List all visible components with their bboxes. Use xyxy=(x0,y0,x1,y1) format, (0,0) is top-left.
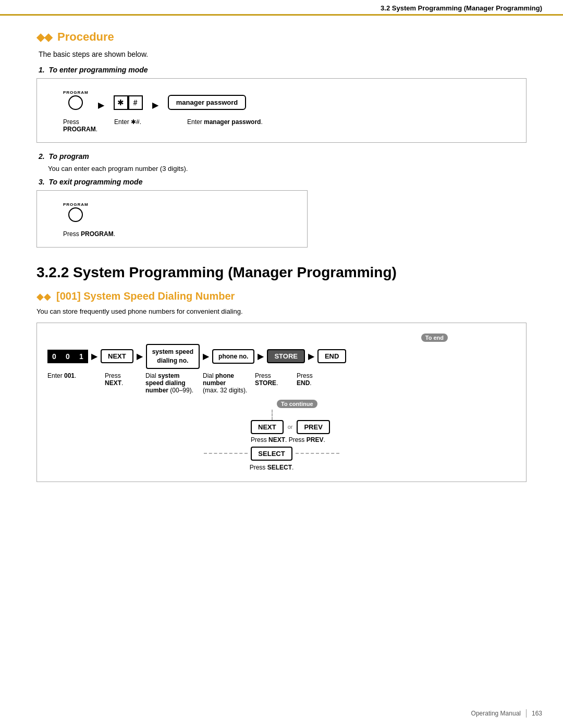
arrow-f1: ▶ xyxy=(91,351,97,361)
next-prev-row: NEXT or PREV xyxy=(251,420,330,434)
digit-0-2: 0 xyxy=(61,350,75,363)
dashed-up-line xyxy=(272,410,273,420)
step1-text: To enter programming mode xyxy=(48,66,148,74)
program-text-label: PROGRAM xyxy=(63,90,89,95)
star-key: ✱ xyxy=(114,95,128,110)
header-title: 3.2 System Programming (Manager Programm… xyxy=(381,4,542,12)
desc-exit-program: Press PROGRAM. xyxy=(63,230,291,238)
label-press-store: Press STORE. xyxy=(255,372,291,387)
step2-text: To program xyxy=(48,152,89,161)
dashed-left xyxy=(204,453,248,454)
end-button[interactable]: END xyxy=(317,349,346,363)
manager-password-box: manager password xyxy=(168,95,247,110)
desc-enter-star: Enter ✱#. xyxy=(114,118,156,133)
to-end-badge: To end xyxy=(421,334,448,342)
step2-label: 2. To program xyxy=(39,152,527,161)
diamonds-icon: ◆◆ xyxy=(36,31,52,43)
continue-section: To continue NEXT or PREV Press NEXT. Pre… xyxy=(251,399,510,443)
section-322-title: 3.2.2 System Programming (Manager Progra… xyxy=(36,264,527,281)
main-flow-row: 0 0 1 ▶ NEXT ▶ system speed dialing no. … xyxy=(47,344,510,369)
or-text: or xyxy=(288,424,293,430)
step2-num: 2. xyxy=(39,152,45,161)
dashed-right xyxy=(296,453,339,454)
diagram-enter-program: PROGRAM ▶ ✱ ＃ ▶ manager password Press P… xyxy=(36,78,527,143)
step1-num: 1. xyxy=(39,66,45,74)
section-322-heading: 3.2.2 System Programming (Manager Progra… xyxy=(36,264,527,281)
desc-press-program: Press PROGRAM. xyxy=(63,118,99,133)
arrow-f4: ▶ xyxy=(258,351,264,361)
desc-enter-password: Enter manager password. xyxy=(187,118,263,133)
flow-labels-row: Enter 001. Press NEXT. Dial systemspeed … xyxy=(47,372,510,394)
procedure-title: Procedure xyxy=(57,30,114,44)
digit-0-1: 0 xyxy=(47,350,61,363)
diagram-speed-dialing: To end 0 0 1 ▶ NEXT ▶ system speed diali… xyxy=(36,323,527,482)
next-button-1[interactable]: NEXT xyxy=(101,349,133,363)
program-circle xyxy=(68,95,83,110)
page-number: 163 xyxy=(532,710,542,717)
to-continue-badge-wrap: To continue xyxy=(277,399,317,408)
intro-text: The basic steps are shown below. xyxy=(39,50,527,58)
flow-row-1: PROGRAM ▶ ✱ ＃ ▶ manager password xyxy=(63,90,510,110)
star-hash-keys: ✱ ＃ xyxy=(114,95,143,110)
select-section: SELECT Press SELECT. xyxy=(204,447,339,471)
arrow-f5: ▶ xyxy=(308,351,314,361)
page-footer: Operating Manual 163 xyxy=(471,709,542,718)
digit-boxes: 0 0 1 xyxy=(47,350,88,363)
flow-desc-1: Press PROGRAM. Enter ✱#. Enter manager p… xyxy=(63,118,510,133)
program-button-group: PROGRAM xyxy=(63,90,89,110)
arrow-f3: ▶ xyxy=(203,351,209,361)
label-press-end: Press END. xyxy=(297,372,328,387)
step3-text: To exit programming mode xyxy=(48,178,142,186)
to-continue-badge: To continue xyxy=(277,400,317,408)
to-end-row: To end xyxy=(47,334,448,342)
phone-no-box: phone no. xyxy=(212,349,254,364)
next-button-2[interactable]: NEXT xyxy=(251,420,284,434)
hash-key: ＃ xyxy=(128,95,143,110)
subsection-001-heading: ◆◆ [001] System Speed Dialing Number xyxy=(36,290,527,302)
subsection-001-title: [001] System Speed Dialing Number xyxy=(56,290,235,302)
digit-1: 1 xyxy=(75,350,88,363)
page-header: 3.2 System Programming (Manager Programm… xyxy=(0,0,563,16)
label-next-prev: Press NEXT. Press PREV. xyxy=(251,436,325,443)
arrow-2: ▶ xyxy=(152,100,158,110)
arrow-f2: ▶ xyxy=(137,351,143,361)
diagram-exit-program: PROGRAM Press PROGRAM. xyxy=(36,190,308,248)
footer-divider xyxy=(526,709,527,718)
diamonds-icon-2: ◆◆ xyxy=(36,291,51,302)
step3-num: 3. xyxy=(39,178,45,186)
procedure-heading: ◆◆ Procedure xyxy=(36,30,527,44)
select-flow-row: SELECT xyxy=(204,447,339,461)
footer-text: Operating Manual xyxy=(471,710,521,717)
system-speed-box: system speed dialing no. xyxy=(146,344,200,369)
program-button-group-exit: PROGRAM xyxy=(63,202,89,222)
program-text-label-exit: PROGRAM xyxy=(63,202,89,207)
label-enter-001: Enter 001. xyxy=(47,372,93,379)
label-press-next: Press NEXT. xyxy=(105,372,137,387)
speed-dialing-desc: You can store frequently used phone numb… xyxy=(36,307,527,315)
label-press-select: Press SELECT. xyxy=(250,464,294,471)
prev-button[interactable]: PREV xyxy=(297,420,329,434)
store-button[interactable]: STORE xyxy=(267,349,305,363)
step2-desc: You can enter each program number (3 dig… xyxy=(48,165,527,172)
flow-row-exit: PROGRAM xyxy=(63,202,291,222)
label-dial-phone: Dial phonenumber(max. 32 digits). xyxy=(203,372,250,394)
label-dial-system: Dial systemspeed dialingnumber (00–99). xyxy=(145,372,198,394)
step1-label: 1. To enter programming mode xyxy=(39,66,527,74)
dashed-up-wrap xyxy=(272,410,273,420)
select-button[interactable]: SELECT xyxy=(251,447,292,461)
main-content: ◆◆ Procedure The basic steps are shown b… xyxy=(0,16,563,512)
program-circle-exit xyxy=(68,207,83,222)
arrow-1: ▶ xyxy=(98,100,104,110)
step3-label: 3. To exit programming mode xyxy=(39,178,527,186)
